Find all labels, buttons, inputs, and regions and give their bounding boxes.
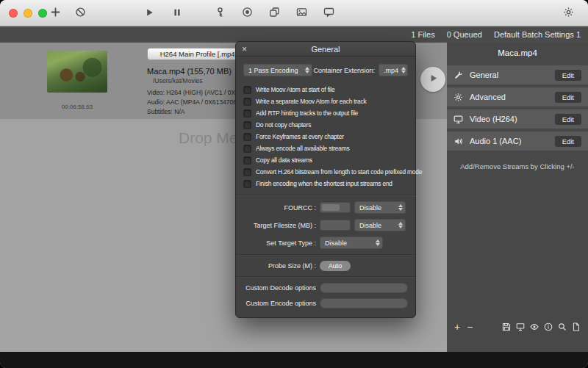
checkbox-h264-bitstream[interactable] — [243, 168, 251, 176]
checkbox-row: Add RTP hinting tracks to the output fil… — [243, 107, 408, 119]
pause-encoding-button[interactable] — [168, 4, 187, 22]
eye-icon[interactable] — [530, 322, 539, 331]
checkbox-row: Convert H.264 bitstream from length to s… — [243, 166, 408, 178]
close-icon[interactable]: × — [242, 42, 247, 57]
gear-icon — [563, 7, 574, 20]
start-encoding-button[interactable] — [140, 4, 159, 22]
batch-copy-button[interactable] — [265, 4, 284, 22]
checkbox-row: Write a separate Moov Atom for each trac… — [243, 95, 408, 107]
record-icon — [242, 7, 253, 20]
display-icon[interactable] — [516, 322, 525, 331]
custom-decode-input[interactable] — [320, 283, 408, 293]
batch-settings-label[interactable]: Default Batch Settings 1 — [494, 30, 581, 39]
edit-general-button[interactable]: Edit — [555, 70, 581, 81]
add-file-button[interactable] — [46, 4, 65, 22]
preview-play-button[interactable] — [420, 67, 445, 92]
set-target-type-row: Set Target Type : Disable — [243, 237, 408, 249]
remove-stream-button[interactable]: − — [467, 322, 473, 332]
checkbox-force-keyframes[interactable] — [243, 133, 251, 141]
custom-encode-label: Custom Encode options — [243, 300, 320, 307]
checkbox-encode-all-streams[interactable] — [243, 145, 251, 153]
checkbox-rtp-hinting[interactable] — [243, 109, 251, 118]
target-filesize-mode-dropdown[interactable]: Disable — [354, 219, 406, 231]
minimize-window-button[interactable] — [24, 9, 32, 18]
video-timecode: 00:06:58.63 — [47, 104, 107, 110]
preview-button[interactable] — [292, 4, 311, 22]
sidebar-item-general[interactable]: General Edit — [447, 65, 588, 84]
key-button[interactable] — [210, 4, 229, 22]
chevron-updown-icon — [373, 239, 380, 246]
status-bar: 1 Files 0 Queued Default Batch Settings … — [0, 26, 588, 43]
play-icon — [144, 7, 154, 20]
custom-decode-label: Custom Decode options — [243, 284, 320, 292]
preset-dropdown[interactable]: H264 Main Profile [.mp4] — [147, 48, 250, 60]
container-extension-dropdown[interactable]: .mp4 — [379, 64, 408, 76]
add-stream-button[interactable]: + — [454, 322, 460, 332]
container-extension-value: .mp4 — [384, 67, 398, 74]
checkbox-copy-data-streams[interactable] — [243, 156, 251, 165]
chat-icon — [323, 7, 334, 20]
chevron-updown-icon — [398, 67, 406, 73]
edit-advanced-button[interactable]: Edit — [555, 92, 581, 103]
fourcc-input-text — [322, 204, 340, 211]
chevron-updown-icon — [302, 67, 309, 73]
target-filesize-label: Target Filesize (MB) : — [243, 222, 320, 229]
sidebar-item-label: Advanced — [470, 93, 548, 101]
sidebar-item-video[interactable]: Video (H264) Edit — [447, 109, 588, 129]
record-button[interactable] — [237, 4, 257, 22]
sidebar-item-audio[interactable]: Audio 1 (AAC) Edit — [447, 131, 588, 151]
set-target-type-dropdown[interactable]: Disable — [320, 237, 383, 249]
checkbox-row: Do not copy chapters — [243, 119, 408, 131]
checkbox-finish-shortest[interactable] — [243, 180, 251, 188]
encoding-mode-dropdown[interactable]: 1 Pass Encoding — [243, 64, 312, 76]
checkbox-moov-start[interactable] — [243, 86, 251, 94]
set-target-type-value: Disable — [325, 239, 347, 247]
settings-button[interactable] — [559, 4, 578, 22]
checkbox-moov-separate[interactable] — [243, 98, 251, 106]
fourcc-mode-dropdown[interactable]: Disable — [354, 201, 406, 214]
checkbox-no-chapters[interactable] — [243, 121, 251, 129]
fourcc-mode-value: Disable — [359, 204, 381, 212]
wrench-icon — [453, 71, 463, 80]
document-icon[interactable] — [572, 322, 581, 331]
chevron-updown-icon — [395, 222, 403, 228]
close-window-button[interactable] — [9, 9, 18, 18]
info-icon[interactable] — [544, 322, 553, 331]
fourcc-input[interactable] — [320, 202, 351, 213]
custom-decode-row: Custom Decode options — [243, 283, 408, 293]
gear-icon — [453, 93, 463, 102]
add-remove-hint: Add/Remove Streams by Clicking +/- — [447, 162, 588, 170]
checkbox-row: Write Moov Atom at start of file — [243, 84, 408, 95]
custom-encode-input[interactable] — [320, 298, 408, 309]
panel-titlebar[interactable]: × General — [236, 42, 415, 57]
files-count: 1 Files — [411, 30, 434, 39]
log-button[interactable] — [319, 4, 338, 22]
toolbar-left-group — [46, 4, 90, 22]
cancel-encoding-button[interactable] — [71, 4, 90, 22]
pause-icon — [172, 7, 182, 20]
layers-icon — [269, 7, 280, 20]
display-icon — [453, 115, 463, 124]
sidebar-file-title: Maca.mp4 — [447, 44, 588, 62]
save-icon[interactable] — [502, 322, 511, 331]
probe-size-label: Probe Size (M) : — [243, 262, 320, 270]
speaker-icon — [453, 137, 463, 146]
sidebar-item-label: Audio 1 (AAC) — [470, 137, 548, 145]
edit-video-button[interactable]: Edit — [555, 114, 581, 125]
fourcc-label: FOURCC : — [243, 204, 320, 212]
edit-audio-button[interactable]: Edit — [555, 136, 581, 147]
target-filesize-input[interactable] — [320, 220, 351, 231]
panel-title: General — [311, 45, 340, 54]
search-icon[interactable] — [558, 322, 567, 331]
panel-body: 1 Pass Encoding Container Extension: .mp… — [236, 57, 415, 317]
titlebar — [0, 0, 588, 26]
sidebar-item-label: General — [470, 71, 548, 79]
plus-icon — [50, 7, 61, 20]
preset-dropdown-value: H264 Main Profile [.mp4] — [160, 50, 237, 58]
window-controls — [9, 9, 47, 18]
stream-sidebar: Maca.mp4 General Edit Advanced Edit Vide… — [447, 43, 588, 352]
probe-size-auto-button[interactable]: Auto — [320, 261, 351, 271]
custom-encode-row: Custom Encode options — [243, 298, 408, 309]
sidebar-item-advanced[interactable]: Advanced Edit — [447, 87, 588, 107]
divider — [236, 254, 415, 255]
